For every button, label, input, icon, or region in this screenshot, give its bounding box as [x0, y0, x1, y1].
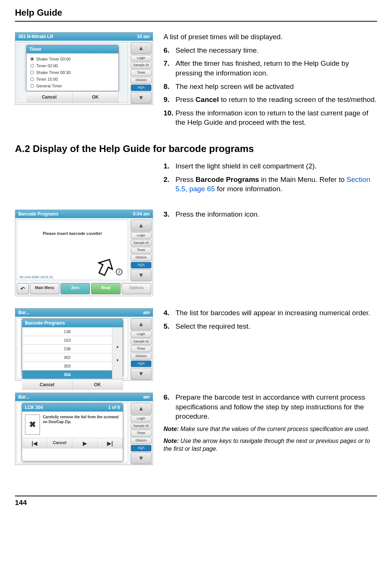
insert-msg: Please insert barcode cuvette! — [19, 231, 125, 236]
zero-button[interactable]: Zero — [60, 283, 90, 294]
note-2: Note: Use the arrow keys to navigate thr… — [164, 437, 377, 453]
information-icon[interactable]: i — [116, 269, 122, 275]
dilution-button[interactable]: Dilution — [131, 77, 152, 84]
list-item[interactable]: 303 — [22, 362, 112, 370]
timer-button[interactable]: Timer — [131, 247, 152, 254]
step-num: 3. — [164, 210, 175, 219]
shot1-time: 10 am — [137, 34, 150, 39]
up-arrow-icon[interactable]: ▲ — [131, 220, 152, 232]
scrollbar[interactable]: ▴▾ — [112, 328, 123, 379]
list-item-selected[interactable]: 304 — [22, 370, 112, 379]
step-num: 5. — [164, 322, 175, 331]
row-shot2: Barcode Programs0:04 am Please insert ba… — [15, 210, 377, 296]
next-button[interactable]: ▶ — [72, 438, 98, 449]
instruction-image-icon: ✖ — [25, 415, 40, 435]
list-item[interactable]: 302 — [22, 353, 112, 362]
login-button[interactable]: Login — [131, 232, 152, 239]
step-num: 1. — [164, 161, 175, 171]
step-body: Select the required test. — [175, 322, 377, 331]
list-item[interactable]: 153 — [22, 336, 112, 345]
page-header: Help Guide — [15, 7, 377, 18]
dilution-button[interactable]: Dilution — [131, 437, 152, 444]
step-body: Select the necessary time. — [175, 46, 377, 55]
timer-opt[interactable]: General Timer — [36, 84, 62, 88]
down-arrow-icon[interactable]: ▼ — [131, 452, 152, 464]
timer-opt[interactable]: Shake Timer 00:30 — [36, 70, 71, 75]
aqa-button[interactable]: AQA — [131, 360, 152, 367]
down-arrow-icon[interactable]: ▼ — [131, 368, 152, 380]
row-timer: 351 N-Nitrate LR10 am Timer Shake Timer … — [15, 32, 377, 131]
dilution-button[interactable]: Dilution — [131, 254, 152, 261]
timer-button[interactable]: Timer — [131, 430, 152, 437]
timer-opt[interactable]: Timer 15:00 — [36, 77, 58, 81]
aqa-button[interactable]: AQA — [131, 84, 152, 91]
down-arrow-icon[interactable]: ▼ — [131, 92, 152, 104]
step-body: Insert the light shield in cell compartm… — [175, 161, 377, 171]
dilution-button[interactable]: Dilution — [131, 353, 152, 360]
aqa-button[interactable]: AQA — [131, 262, 152, 269]
timer-button[interactable]: Timer — [131, 69, 152, 76]
barcode-dialog-title: Barcode Programs — [22, 319, 123, 327]
radio-icon[interactable] — [30, 71, 34, 74]
footer-rule — [15, 496, 377, 496]
back-button[interactable]: ↶ — [17, 283, 29, 294]
note-1: Note: Make sure that the values of the c… — [164, 425, 377, 433]
login-button[interactable]: Login — [131, 331, 152, 338]
sampleid-button[interactable]: Sample ID — [131, 240, 152, 246]
shot2-time: 0:04 am — [133, 211, 150, 217]
step-num: 4. — [164, 308, 175, 318]
step-body: The list for barcodes will appear in inc… — [175, 308, 377, 318]
step-body: Prepare the barcode test in accordance w… — [175, 393, 377, 421]
row-shot4: Bar...am LCK 3041 of 6 ✖ Carefully remov… — [15, 393, 377, 465]
timer-button[interactable]: Timer — [131, 345, 152, 352]
lck-title: LCK 304 — [25, 405, 43, 410]
step-body: After the timer has finished, return to … — [175, 59, 377, 78]
last-button[interactable]: ▶| — [98, 438, 123, 449]
down-arrow-icon[interactable]: ▼ — [131, 269, 152, 281]
cancel-button[interactable]: Cancel — [47, 438, 72, 449]
up-arrow-icon[interactable]: ▲ — [131, 403, 152, 415]
radio-icon[interactable] — [30, 57, 34, 61]
options-button[interactable]: Options — [122, 283, 151, 294]
main-menu-button[interactable]: Main Menu — [30, 283, 59, 294]
sampleid-button[interactable]: Sample ID — [131, 62, 152, 69]
aqa-button[interactable]: AQA — [131, 445, 152, 452]
header-rule — [15, 21, 377, 22]
step-body: The next help screen will be activated — [175, 82, 377, 92]
ok-button[interactable]: OK — [72, 92, 118, 102]
section-a2-heading: A.2 Display of the Help Guide for barcod… — [15, 143, 377, 155]
lck-pageof: 1 of 6 — [108, 405, 120, 410]
shot1-title: 351 N-Nitrate LR — [18, 34, 53, 39]
step-body: Press Barcode Programs in the Main Menu.… — [175, 175, 377, 194]
shot2-title: Barcode Programs — [18, 211, 58, 217]
radio-icon[interactable] — [30, 84, 34, 88]
step-num: 10. — [164, 108, 175, 127]
login-button[interactable]: Login — [131, 55, 152, 62]
read-button[interactable]: Read — [91, 283, 121, 294]
step-body: Press Cancel to return to the reading sc… — [175, 95, 377, 105]
row-shot3: Bar...am Barcode Programs 138▴▾ 153 238 … — [15, 308, 377, 381]
step-num: 8. — [164, 82, 175, 92]
step-num: 6. — [164, 46, 175, 55]
screenshot-timer: 351 N-Nitrate LR10 am Timer Shake Timer … — [15, 32, 153, 105]
login-button[interactable]: Login — [131, 415, 152, 422]
cancel-button[interactable]: Cancel — [22, 379, 72, 390]
instruction-text: Carefully remove the foil from the screw… — [43, 415, 120, 435]
timer-opt[interactable]: Shake Timer 03:00 — [36, 57, 71, 61]
step-num: 7. — [164, 59, 175, 78]
cancel-button[interactable]: Cancel — [27, 92, 72, 102]
up-arrow-icon[interactable]: ▲ — [131, 42, 152, 54]
first-button[interactable]: |◀ — [22, 438, 47, 449]
up-arrow-icon[interactable]: ▲ — [131, 318, 152, 330]
radio-icon[interactable] — [30, 64, 34, 68]
radio-icon[interactable] — [30, 77, 34, 81]
sampleid-button[interactable]: Sample ID — [131, 338, 152, 345]
timer-dialog-title: Timer — [27, 45, 119, 53]
list-item[interactable]: 238 — [22, 345, 112, 353]
ok-button[interactable]: OK — [72, 379, 123, 390]
sampleid-button[interactable]: Sample ID — [131, 423, 152, 430]
timer-opt[interactable]: Timer 02:00 — [36, 63, 58, 68]
svg-marker-0 — [95, 256, 113, 277]
step-num: 9. — [164, 95, 175, 105]
list-item[interactable]: 138 — [22, 328, 112, 336]
